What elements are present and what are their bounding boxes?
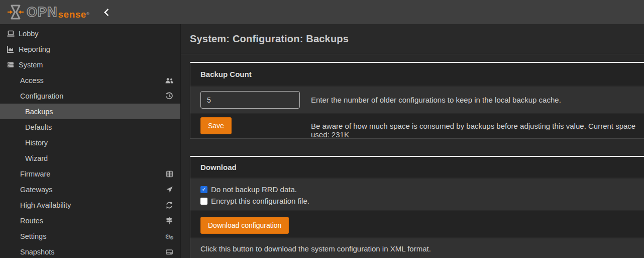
sidebar-item-label: Firmware <box>20 170 50 178</box>
save-help-text: Be aware of how much space is consumed b… <box>311 122 644 139</box>
sidebar-item-label: Routes <box>20 217 43 225</box>
users-icon <box>165 76 174 84</box>
sidebar-item-wizard[interactable]: Wizard <box>0 150 180 166</box>
backup-count-input[interactable] <box>200 91 300 109</box>
sidebar-collapse-chevron-icon[interactable] <box>102 8 111 16</box>
download-button-row: Download configuration <box>190 210 644 237</box>
sidebar-item-reporting[interactable]: Reporting <box>0 41 180 57</box>
sidebar-item-high-availability[interactable]: High Availability <box>0 197 180 213</box>
page-title: System: Configuration: Backups <box>190 33 349 45</box>
backup-count-row: Enter the number of older configurations… <box>190 85 644 113</box>
backup-count-help-text: Enter the number of older configurations… <box>311 96 644 104</box>
location-arrow-icon <box>165 186 174 193</box>
sidebar-item-history[interactable]: History <box>0 135 180 150</box>
rrd-checkbox-label[interactable]: Do not backup RRD data. <box>211 185 297 194</box>
sidebar-item-snapshots[interactable]: Snapshots <box>0 244 180 258</box>
sidebar-item-label: Defaults <box>25 123 52 131</box>
download-configuration-button[interactable]: Download configuration <box>200 217 289 234</box>
download-help-row: Click this button to download the system… <box>190 237 644 258</box>
hourglass-logo-icon <box>7 4 24 21</box>
sidebar-item-gateways[interactable]: Gateways <box>0 182 180 197</box>
table-cells-icon <box>165 170 174 178</box>
server-icon <box>5 61 16 69</box>
brand-sense-text: sense <box>58 10 86 19</box>
download-section-header: Download <box>190 157 644 178</box>
sidebar-item-label: Lobby <box>19 30 39 38</box>
sidebar-item-settings[interactable]: Settings ⚙⚙ <box>0 228 180 244</box>
download-help-text: Click this button to download the system… <box>190 244 431 253</box>
registered-mark: ® <box>86 12 89 16</box>
sidebar-item-lobby[interactable]: Lobby <box>0 26 180 41</box>
sidebar-item-configuration[interactable]: Configuration <box>0 88 180 104</box>
save-button[interactable]: Save <box>200 117 232 134</box>
sidebar-item-label: Snapshots <box>20 248 55 256</box>
sidebar-item-label: Gateways <box>20 186 52 194</box>
sidebar-item-system[interactable]: System <box>0 57 180 72</box>
encrypt-checkbox[interactable] <box>200 198 207 205</box>
sidebar-item-label: High Availability <box>20 201 71 209</box>
map-signs-icon <box>165 217 174 225</box>
sidebar-item-label: Configuration <box>20 92 63 100</box>
sidebar-item-label: Settings <box>20 232 46 240</box>
sidebar-item-label: Backups <box>25 108 53 116</box>
encrypt-checkbox-label[interactable]: Encrypt this configuration file. <box>211 197 309 205</box>
download-options-row: ✓ Do not backup RRD data. Encrypt this c… <box>190 178 644 210</box>
sidebar-item-routes[interactable]: Routes <box>0 213 180 228</box>
history-icon <box>165 92 174 100</box>
area-chart-icon <box>5 45 16 53</box>
sidebar-item-label: Access <box>20 76 44 84</box>
opnsense-logo[interactable]: OPN sense ® <box>7 4 89 21</box>
main-content: System: Configuration: Backups Backup Co… <box>181 24 644 258</box>
backup-count-section: Backup Count Enter the number of older c… <box>190 62 644 139</box>
hard-drive-icon <box>165 248 174 255</box>
sidebar-item-label: System <box>19 61 43 69</box>
sidebar-item-firmware[interactable]: Firmware <box>0 166 180 182</box>
save-row: Save Be aware of how much space is consu… <box>190 113 644 138</box>
gears-icon: ⚙⚙ <box>165 232 174 240</box>
sidebar-item-label: History <box>25 139 48 147</box>
rrd-checkbox[interactable]: ✓ <box>200 186 207 193</box>
refresh-icon <box>165 201 174 209</box>
top-navbar: OPN sense ® <box>0 0 644 24</box>
sidebar-item-label: Wizard <box>25 154 48 162</box>
sidebar-item-defaults[interactable]: Defaults <box>0 119 180 135</box>
sidebar-item-label: Reporting <box>19 45 50 53</box>
sidebar-item-backups[interactable]: Backups <box>0 104 180 119</box>
page-header: System: Configuration: Backups <box>181 24 644 54</box>
sidebar: Lobby Reporting System Access Configurat… <box>0 24 181 258</box>
download-section: Download ✓ Do not backup RRD data. Encry… <box>190 156 644 258</box>
backup-count-section-header: Backup Count <box>190 63 644 85</box>
brand-opn-text: OPN <box>27 6 58 19</box>
sidebar-item-access[interactable]: Access <box>0 72 180 88</box>
laptop-icon <box>5 30 16 38</box>
